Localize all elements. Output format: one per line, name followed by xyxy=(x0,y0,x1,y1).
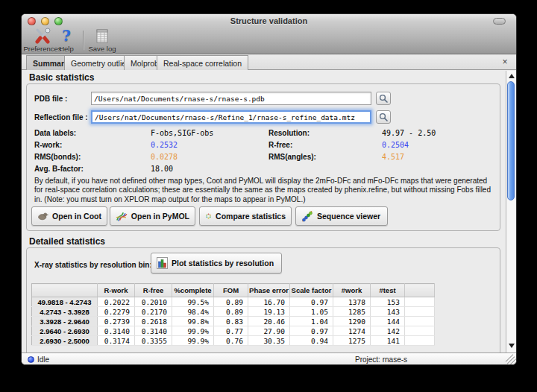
resolution-label: Resolution: xyxy=(268,129,310,137)
tab-real-space-correlation[interactable]: Real-space correlation xyxy=(157,55,248,70)
window-chrome: Structure validation Preferences ? Help xyxy=(22,14,516,54)
preferences-tools-icon xyxy=(34,28,51,44)
avg-b-factor-label: Avg. B-factor: xyxy=(34,165,84,173)
resolution-bin-label: X-ray statistics by resolution bin: xyxy=(34,261,152,269)
table-row[interactable]: 3.3928 - 2.9640 0.27390.2618 99.8%0.83 2… xyxy=(32,317,435,326)
scroll-up-icon[interactable] xyxy=(506,72,516,80)
rms-angles-label: RMS(angles): xyxy=(268,153,316,161)
avg-b-factor-value: 18.00 xyxy=(151,165,173,173)
table-row[interactable]: 49.9818 - 4.2743 0.20220.2010 99.5%0.89 … xyxy=(32,297,435,307)
basic-statistics-heading: Basic statistics xyxy=(29,72,94,83)
window-title: Structure validation xyxy=(22,16,516,25)
tab-close-icon[interactable]: × xyxy=(500,57,510,67)
status-state: Idle xyxy=(37,355,49,364)
idle-status-icon xyxy=(28,356,34,363)
plot-statistics-button[interactable]: Plot statistics by resolution xyxy=(151,253,282,274)
plot-statistics-label: Plot statistics by resolution xyxy=(172,259,274,268)
toolbar-toggle-button[interactable] xyxy=(493,18,506,25)
table-row[interactable]: 2.6930 - 2.5000 0.31740.3355 99.9%0.76 3… xyxy=(32,336,435,346)
data-labels-label: Data labels: xyxy=(34,129,76,137)
compare-statistics-button[interactable]: Compare statistics xyxy=(199,206,292,226)
pdb-file-label: PDB file : xyxy=(34,95,67,103)
r-free-label: R-free: xyxy=(268,141,292,149)
scroll-down-icon[interactable] xyxy=(506,341,516,350)
scrollbar-thumb[interactable] xyxy=(507,81,515,200)
maps-note-text: By default, if you have not defined othe… xyxy=(34,177,494,204)
resolution-bin-table[interactable]: R-work R-free %complete FOM Phase error … xyxy=(31,283,435,346)
rms-bonds-value: 0.0278 xyxy=(151,153,178,161)
sequence-beads-icon xyxy=(301,210,313,222)
magnifier-icon xyxy=(379,113,388,121)
table-row[interactable]: 2.9640 - 2.6930 0.31400.3140 99.9%0.77 2… xyxy=(32,326,435,336)
detailed-statistics-groupbox: X-ray statistics by resolution bin: Plot… xyxy=(26,247,500,353)
resize-grip[interactable] xyxy=(506,355,515,364)
r-work-label: R-work: xyxy=(34,141,62,149)
magnifier-icon xyxy=(379,94,388,103)
r-free-value: 0.2504 xyxy=(382,141,409,149)
help-question-icon: ? xyxy=(57,28,75,44)
data-labels-value: F-obs,SIGF-obs xyxy=(151,129,213,137)
notebook-tab-bar: Summary Geometry outliers Molprobity Rea… xyxy=(22,54,516,70)
open-in-coot-label: Open in Coot xyxy=(52,212,101,221)
coot-bird-icon xyxy=(37,211,48,221)
pdb-browse-button[interactable] xyxy=(376,92,391,105)
resolution-value: 49.97 - 2.50 xyxy=(382,129,436,137)
open-in-pymol-button[interactable]: Open in PyMOL xyxy=(110,206,195,226)
save-log-label: Save log xyxy=(89,45,116,53)
table-header-row: R-work R-free %complete FOM Phase error … xyxy=(32,284,435,297)
bar-chart-icon xyxy=(157,257,168,269)
r-work-value: 0.2532 xyxy=(151,141,178,149)
sequence-viewer-label: Sequence viewer xyxy=(317,212,380,221)
status-bar: Idle Project: rnase-s xyxy=(22,353,516,365)
open-in-coot-button[interactable]: Open in Coot xyxy=(31,206,107,226)
summary-panel: Basic statistics PDB file : Reflection f… xyxy=(22,71,516,353)
detailed-statistics-heading: Detailed statistics xyxy=(29,236,105,247)
open-in-pymol-label: Open in PyMOL xyxy=(131,212,189,221)
rms-angles-value: 4.517 xyxy=(382,153,404,161)
help-button[interactable]: ? Help xyxy=(51,28,81,53)
save-log-sheet-icon xyxy=(93,28,111,44)
pymol-ribbon-icon xyxy=(116,210,128,222)
structure-validation-window: Structure validation Preferences ? Help xyxy=(21,13,517,365)
table-row[interactable]: 4.2743 - 3.3928 0.22790.2170 98.4%0.89 1… xyxy=(32,307,435,317)
reflection-file-label: Reflection file : xyxy=(34,113,88,121)
reflection-file-input[interactable] xyxy=(91,110,371,124)
basic-statistics-groupbox: PDB file : Reflection file : Data labels… xyxy=(26,83,500,231)
reflection-browse-button[interactable] xyxy=(376,110,391,124)
pdb-file-input[interactable] xyxy=(91,92,371,105)
sequence-viewer-button[interactable]: Sequence viewer xyxy=(295,206,388,226)
help-label: Help xyxy=(59,45,74,53)
molecule-ring-icon xyxy=(205,210,212,222)
compare-statistics-label: Compare statistics xyxy=(216,212,286,221)
status-project: Project: rnase-s xyxy=(355,355,407,364)
vertical-scrollbar[interactable] xyxy=(506,71,515,353)
save-log-button[interactable]: Save log xyxy=(81,28,123,53)
rms-bonds-label: RMS(bonds): xyxy=(34,153,81,161)
